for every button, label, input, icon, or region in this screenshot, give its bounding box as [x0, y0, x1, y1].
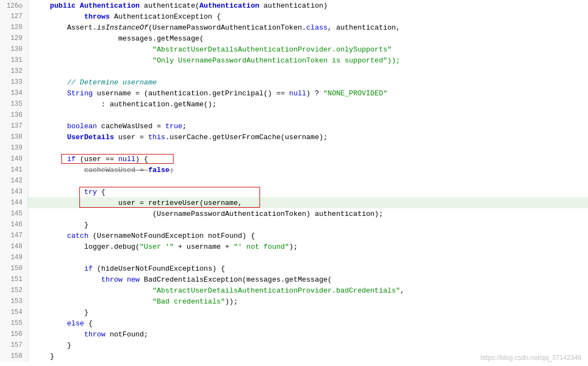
- line-content: }: [28, 219, 588, 230]
- line-content: if (user == null) {: [28, 153, 588, 164]
- line-content: user = retrieveUser(username,: [28, 197, 588, 208]
- line-number: 128: [0, 22, 28, 33]
- line-content: throws AuthenticationException {: [28, 11, 588, 22]
- line-content: "Only UsernamePasswordAuthenticationToke…: [28, 55, 588, 66]
- code-line: 156 throw notFound;: [0, 329, 588, 340]
- line-content: messages.getMessage(: [28, 33, 588, 44]
- line-content: cacheWasUsed = false;: [28, 164, 588, 175]
- code-line: 140 if (user == null) {: [0, 153, 588, 164]
- line-number: 155: [0, 318, 28, 329]
- code-line: 130 "AbstractUserDetailsAuthenticationPr…: [0, 44, 588, 55]
- code-line: 134 String username = (authentication.ge…: [0, 88, 588, 99]
- line-number: 127: [0, 11, 28, 22]
- line-content: [28, 252, 588, 263]
- line-content: throw new BadCredentialsException(messag…: [28, 274, 588, 285]
- line-number: 156: [0, 329, 28, 340]
- code-line: 146 }: [0, 219, 588, 230]
- line-content: "AbstractUserDetailsAuthenticationProvid…: [28, 285, 588, 296]
- line-number: 132: [0, 66, 28, 77]
- line-number: 157: [0, 340, 28, 351]
- code-line: 153 "Bad credentials"));: [0, 296, 588, 307]
- line-number: 147: [0, 230, 28, 241]
- line-content: "Bad credentials"));: [28, 296, 588, 307]
- code-editor: 126◎ public Authentication authenticate(…: [0, 0, 588, 366]
- code-line: 151 throw new BadCredentialsException(me…: [0, 274, 588, 285]
- line-number: 139: [0, 142, 28, 153]
- code-line: 132: [0, 66, 588, 77]
- line-number: 150: [0, 263, 28, 274]
- line-number: 129: [0, 33, 28, 44]
- code-line: 149: [0, 252, 588, 263]
- line-number: 133: [0, 77, 28, 88]
- code-line: 128 Assert.isInstanceOf(UsernamePassword…: [0, 22, 588, 33]
- line-content: String username = (authentication.getPri…: [28, 88, 588, 99]
- code-line: 131 "Only UsernamePasswordAuthentication…: [0, 55, 588, 66]
- line-number: 153: [0, 296, 28, 307]
- line-number: 137: [0, 121, 28, 131]
- code-line: 147 catch (UsernameNotFoundException not…: [0, 230, 588, 241]
- code-line: 129 messages.getMessage(: [0, 33, 588, 44]
- line-content: catch (UsernameNotFoundException notFoun…: [28, 230, 588, 241]
- code-line: 152 "AbstractUserDetailsAuthenticationPr…: [0, 285, 588, 296]
- line-content: if (hideUserNotFoundExceptions) {: [28, 263, 588, 274]
- code-line: 143 try {: [0, 186, 588, 197]
- code-line: 155 else {: [0, 318, 588, 329]
- code-line: 157 }: [0, 340, 588, 351]
- code-line: 144 user = retrieveUser(username,: [0, 197, 588, 208]
- line-number: 131: [0, 55, 28, 66]
- line-content: [28, 175, 588, 186]
- code-line: 150 if (hideUserNotFoundExceptions) {: [0, 263, 588, 274]
- line-number: 145: [0, 208, 28, 219]
- code-line: 133 // Determine username: [0, 77, 588, 88]
- line-number: 158: [0, 351, 28, 362]
- line-content: [28, 110, 588, 121]
- code-line: 139: [0, 142, 588, 153]
- line-number: 146: [0, 219, 28, 230]
- line-content: (UsernamePasswordAuthenticationToken) au…: [28, 208, 588, 219]
- line-content: }: [28, 307, 588, 318]
- line-content: "AbstractUserDetailsAuthenticationProvid…: [28, 44, 588, 55]
- line-content: logger.debug("User '" + username + "' no…: [28, 241, 588, 252]
- code-line: 154 }: [0, 307, 588, 318]
- line-content: // Determine username: [28, 77, 588, 88]
- line-number: 154: [0, 307, 28, 318]
- line-number: 144: [0, 197, 28, 208]
- line-number: 148: [0, 241, 28, 252]
- code-line: 136: [0, 110, 588, 121]
- code-line: 137 boolean cacheWasUsed = true;: [0, 121, 588, 131]
- code-line: 141 cacheWasUsed = false;: [0, 164, 588, 175]
- code-line: 126◎ public Authentication authenticate(…: [0, 0, 588, 11]
- line-number: 141: [0, 164, 28, 175]
- line-number: 151: [0, 274, 28, 285]
- line-number: 135: [0, 99, 28, 110]
- line-number: 152: [0, 285, 28, 296]
- line-number: 140: [0, 153, 28, 164]
- code-line: 138 UserDetails user = this.userCache.ge…: [0, 131, 588, 142]
- code-line: 135 : authentication.getName();: [0, 99, 588, 110]
- line-number: 138: [0, 131, 28, 142]
- line-number: 149: [0, 252, 28, 263]
- line-number: 126◎: [0, 0, 28, 11]
- line-content: throw notFound;: [28, 329, 588, 340]
- line-content: : authentication.getName();: [28, 99, 588, 110]
- line-number: 142: [0, 175, 28, 186]
- code-line: 142: [0, 175, 588, 186]
- line-number: 143: [0, 186, 28, 197]
- watermark: https://blog.csdn.net/qq_37142346: [481, 354, 581, 362]
- line-content: UserDetails user = this.userCache.getUse…: [28, 131, 588, 142]
- line-content: boolean cacheWasUsed = true;: [28, 121, 588, 131]
- code-line: 148 logger.debug("User '" + username + "…: [0, 241, 588, 252]
- line-number: 134: [0, 88, 28, 99]
- line-number: 136: [0, 110, 28, 121]
- line-content: }: [28, 340, 588, 351]
- line-content: try {: [28, 186, 588, 197]
- code-line: 127 throws AuthenticationException {: [0, 11, 588, 22]
- line-number: 130: [0, 44, 28, 55]
- line-content: [28, 142, 588, 153]
- code-line: 145 (UsernamePasswordAuthenticationToken…: [0, 208, 588, 219]
- line-content: public Authentication authenticate(Authe…: [28, 0, 588, 11]
- line-content: Assert.isInstanceOf(UsernamePasswordAuth…: [28, 22, 588, 33]
- line-content: else {: [28, 318, 588, 329]
- line-content: [28, 66, 588, 77]
